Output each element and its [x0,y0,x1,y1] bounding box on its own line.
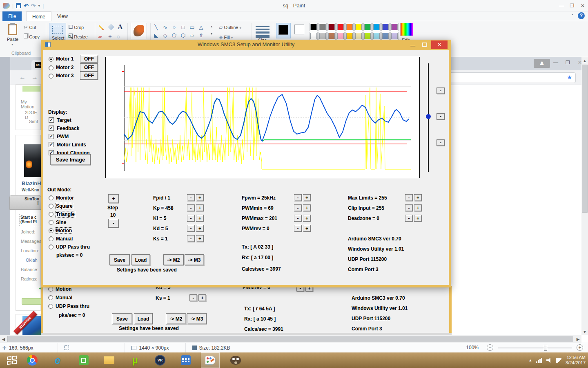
shape-icon-8[interactable]: ⬠ [171,32,178,39]
shape-icon-4[interactable]: ▭ [189,24,196,31]
save-image-button[interactable]: Save Image [50,154,91,165]
pwm-plus-1[interactable]: + [303,204,311,211]
pencil-icon[interactable] [97,23,106,33]
palette-color-1-3[interactable] [336,32,345,40]
gain-minus-2[interactable]: - [187,215,195,222]
dup-mode-1-radio[interactable] [48,295,53,300]
palette-color-0-5[interactable] [354,23,363,31]
pwm-minus-0[interactable]: - [294,194,302,201]
out-mode-square-radio[interactable] [49,204,53,209]
palette-color-0-0[interactable] [310,23,318,31]
eraser-icon[interactable]: ▰ [98,34,102,40]
scroll-up-icon[interactable]: ▲ [581,57,588,64]
horizontal-scrollbar[interactable]: ◀ ▶ [0,335,581,343]
dup-mode-2-radio[interactable] [48,304,53,309]
palette-color-1-6[interactable] [363,32,372,40]
palette-color-1-8[interactable] [381,32,390,40]
gain-plus-4[interactable]: + [196,235,204,242]
limit-plus-2[interactable]: + [414,215,422,222]
taskbar-start-icon[interactable] [6,354,18,366]
save-button[interactable]: Save [109,254,130,265]
shape-icon-7[interactable]: ◇ [162,32,169,39]
profile-tab[interactable]: SimToo T [9,195,41,210]
gain-minus-3[interactable]: - [187,225,195,232]
dup-ks-minus-button[interactable]: - [189,294,197,301]
dup-m3-button[interactable]: -> M3 [187,313,207,324]
shape-icon-5[interactable]: △ [198,24,205,31]
bookmark-star-icon[interactable]: ★ [567,74,572,81]
gain-minus-0[interactable]: - [187,194,195,201]
motor-1-off-button[interactable]: OFF [80,55,98,63]
undo-icon[interactable]: ↶ [24,2,29,9]
pwm-minus-3[interactable]: - [294,225,302,232]
palette-color-0-4[interactable] [345,23,354,31]
taskbar-gimp-icon[interactable] [229,354,242,366]
shape-icon-9[interactable]: ⬡ [180,32,187,39]
dup-m2-button[interactable]: -> M2 [166,313,186,324]
palette-color-0-3[interactable] [336,23,345,31]
shape-icon-6[interactable]: ◣ [153,32,160,39]
username[interactable]: BlazinH [22,180,41,186]
dup-save-button[interactable]: Save [112,313,132,324]
qat-dropdown-icon[interactable]: ▾ [38,4,40,8]
fill-bucket-icon[interactable] [108,24,114,30]
profile-green-button[interactable] [22,298,41,305]
tray-expand-icon[interactable]: ▲ [528,358,532,362]
palette-color-0-1[interactable] [318,23,327,31]
car-photo[interactable] [24,144,41,177]
shapes-scroll-down-icon[interactable]: ▾ [211,32,212,36]
motor-3-radio[interactable] [49,74,53,79]
step-plus-button[interactable]: + [108,194,119,203]
smc3-maximize-icon[interactable] [422,43,427,47]
shape-icon-2[interactable]: ○ [171,24,178,31]
crop-button[interactable]: Crop [69,25,84,30]
text-tool-icon[interactable]: A [118,23,122,31]
dup-load-button[interactable]: Load [134,313,153,324]
palette-color-1-4[interactable] [345,32,354,40]
browser-minimize-icon[interactable]: — [553,60,558,65]
browser-restore-icon[interactable]: ❐ [566,60,570,65]
pwm-plus-0[interactable]: + [303,194,311,201]
gain-plus-2[interactable]: + [196,215,204,222]
gain-plus-3[interactable]: + [196,225,204,232]
pwm-minus-1[interactable]: - [294,204,302,211]
shape-icon-10[interactable]: ⇨ [189,32,196,39]
scroll-left-icon[interactable]: ◀ [0,335,7,343]
edit-colors-button[interactable] [400,23,413,36]
palette-color-0-6[interactable] [363,23,372,31]
taskbar-ie-icon[interactable]: e [51,354,64,366]
out-mode-sine-radio[interactable] [49,220,53,225]
motor-2-radio[interactable] [49,65,53,70]
vscroll-thumb[interactable] [582,65,588,213]
out-mode-triangle-radio[interactable] [49,212,53,217]
brushes-button[interactable] [131,23,147,39]
limit-minus-2[interactable]: - [405,215,413,222]
save-icon[interactable] [16,3,21,8]
motor-1-radio[interactable] [49,57,53,62]
taskbar-utorrent-icon[interactable]: µ [129,354,141,366]
tab-view[interactable]: View [51,11,74,21]
display-check-target[interactable]: ✓ [49,117,54,123]
cut-button[interactable]: ✂ Cut [24,25,36,30]
offset-slider-thumb[interactable] [426,114,431,119]
shape-icon-3[interactable]: □ [180,24,187,31]
paste-button[interactable]: Paste ▾ [6,23,20,47]
vertical-scrollbar[interactable]: ▲ ▼ [581,57,588,335]
post-line-1[interactable]: My Motion [21,99,40,109]
limit-plus-1[interactable]: + [414,204,422,211]
dup-ks-plus-button[interactable]: + [198,294,206,301]
maximize-button[interactable]: ❐ [567,2,577,10]
resize-button[interactable]: ⤡ Resize [69,34,88,40]
shape-icon-0[interactable]: ╲ [153,24,160,31]
zoom-slider-thumb[interactable] [544,345,547,351]
ribbon-collapse-icon[interactable]: ⌃ [571,13,574,18]
network-icon[interactable] [536,358,542,363]
palette-color-0-2[interactable] [327,23,336,31]
smc3-close-button[interactable]: ✕ [431,40,448,49]
input-flag-icon[interactable] [556,358,561,363]
shapes-scroll-up-icon[interactable]: ▴ [211,25,212,28]
minimize-button[interactable]: — [556,2,567,10]
zoom-in-icon[interactable]: + [577,344,583,351]
out-mode-monitor-radio[interactable] [49,195,53,200]
volume-icon[interactable] [546,358,552,363]
